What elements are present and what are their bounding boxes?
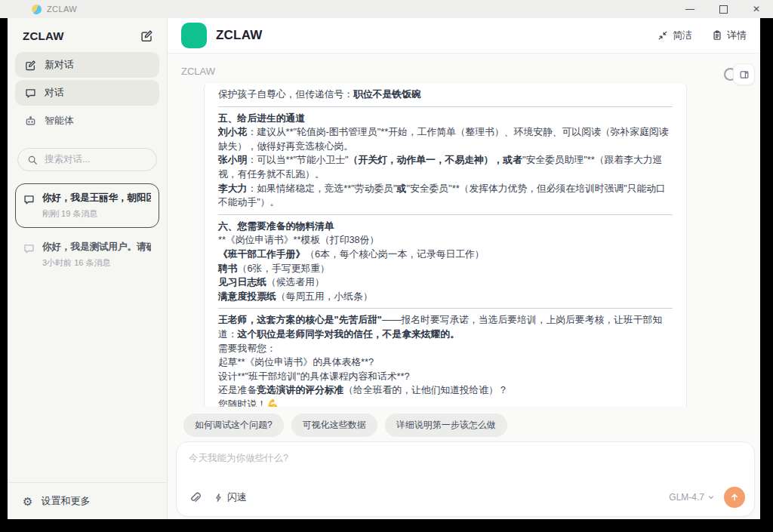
message-scroll-viewport[interactable]: 保护孩子自尊心，但传递信号：职位不是铁饭碗五、给后进生的通道刘小花：建议从**"… (204, 84, 687, 407)
sidebar-header: ZCLAW (8, 18, 167, 52)
model-selector[interactable]: GLM-4.7 (669, 492, 715, 503)
header-actions: 简洁 详情 (658, 29, 747, 42)
sidebar-title: ZCLAW (23, 29, 64, 42)
arrow-up-icon (729, 492, 740, 503)
message-paragraph: 聘书（6张，手写更郑重） (218, 262, 673, 276)
message-paragraph: 五、给后进生的通道 (218, 112, 673, 126)
conversation-title: 你好，我是测试用户。请确... (42, 241, 151, 254)
message-paragraph: 您随时说！💪 (218, 398, 673, 407)
conversation-item[interactable]: 你好，我是测试用户。请确... 3小时前 16 条消息 (15, 232, 159, 277)
message-paragraph: 王老师，这套方案的核心是"先苦后甜"——报名时要写承诺，当选后要培训，上岗后要考… (218, 313, 673, 341)
main-panel: ZCLAW 简洁 详情 (168, 18, 760, 519)
message-paragraph: **《岗位申请书》**模板（打印38份） (218, 233, 673, 248)
sidebar: ZCLAW 新对话 对话 (8, 18, 168, 519)
brand-name: ZCLAW (216, 28, 262, 43)
conversation-body: 你好，我是王丽华，朝阳区... 刚刚 19 条消息 (42, 192, 151, 220)
composer: 闪速 GLM-4.7 (176, 441, 755, 517)
suggestion-chip[interactable]: 如何调试这个问题? (183, 414, 284, 437)
search-conversations-input[interactable]: 搜索对话... (17, 148, 157, 171)
side-panel-toggle-button[interactable] (733, 63, 755, 85)
suggestion-chip[interactable]: 详细说明第一步该怎么做 (385, 414, 507, 437)
conversation-body: 你好，我是测试用户。请确... 3小时前 16 条消息 (42, 241, 151, 269)
suggestion-chip[interactable]: 可视化这些数据 (291, 414, 377, 437)
send-button[interactable] (724, 487, 745, 508)
message-paragraph: 张小明：可以当**"节能小卫士"（开关灯，动作单一，不易走神），或者"安全委员助… (218, 153, 673, 181)
conversation-meta: 3小时前 16 条消息 (42, 257, 151, 269)
clipboard-icon (712, 30, 722, 41)
main-header: ZCLAW 简洁 详情 (168, 18, 760, 54)
close-button[interactable]: ✕ (740, 0, 773, 18)
compose-icon (25, 60, 36, 71)
assistant-message-bubble: 保护孩子自尊心，但传递信号：职位不是铁饭碗五、给后进生的通道刘小花：建议从**"… (204, 84, 687, 407)
fast-mode-button[interactable]: 闪速 (214, 490, 247, 504)
sidebar-item-agents[interactable]: 智能体 (15, 108, 159, 134)
split-panel-icon (739, 69, 750, 80)
sidebar-item-label: 新对话 (45, 58, 74, 72)
sidebar-item-label: 对话 (45, 86, 64, 100)
composer-toolbar: 闪速 GLM-4.7 (189, 487, 745, 508)
conversation-meta: 刚刚 19 条消息 (42, 208, 151, 220)
screen: ZCLAW — ✕ ZCLAW 新对话 (0, 0, 773, 532)
suggestion-chips: 如何调试这个问题? 可视化这些数据 详细说明第一步该怎么做 (183, 414, 507, 437)
conversation-title: 你好，我是王丽华，朝阳区... (42, 192, 151, 204)
message-paragraph: 六、您需要准备的物料清单 (218, 220, 673, 234)
search-icon (27, 155, 38, 165)
message-paragraph: 满意度投票纸（每周五用，小纸条） (218, 290, 673, 304)
message-paragraph: 需要我帮您： (218, 342, 673, 356)
message-divider (218, 308, 673, 309)
window-titlebar: ZCLAW — ✕ (0, 0, 773, 18)
app-logo-icon (30, 2, 43, 15)
gear-icon: ⚙ (23, 496, 32, 507)
app-window: ZCLAW 新对话 对话 (8, 18, 760, 519)
settings-and-more-button[interactable]: ⚙ 设置和更多 (8, 482, 167, 519)
chat-area: ZCLAW 保护孩子自尊心，但传递信号：职位不是铁饭碗五、给后进生的通道刘小花：… (168, 54, 760, 519)
message-input[interactable] (189, 452, 732, 482)
sidebar-item-new-chat[interactable]: 新对话 (15, 52, 159, 78)
sidebar-nav: 新对话 对话 智能体 (8, 52, 167, 136)
sidebar-item-chats[interactable]: 对话 (15, 80, 159, 106)
robot-icon (25, 115, 36, 127)
bolt-icon (214, 493, 223, 503)
conversation-item[interactable]: 你好，我是王丽华，朝阳区... 刚刚 19 条消息 (15, 183, 159, 228)
message-paragraph: 设计**"班干部培训"的具体课程内容和话术**? (218, 370, 673, 384)
paperclip-icon[interactable] (189, 491, 202, 504)
message-paragraph: 《班干部工作手册》（6本，每个核心岗一本，记录每日工作） (218, 248, 673, 262)
assistant-name-label: ZCLAW (181, 66, 215, 77)
fast-mode-label: 闪速 (227, 490, 247, 504)
brand-logo-icon (181, 23, 207, 48)
compose-icon[interactable] (140, 29, 153, 42)
window-controls: — ✕ (673, 0, 773, 18)
chat-icon (23, 194, 35, 205)
chat-icon (25, 88, 36, 99)
details-mode-button[interactable]: 详情 (712, 29, 747, 42)
sidebar-item-label: 智能体 (45, 114, 74, 128)
chevron-down-icon (707, 494, 715, 501)
settings-label: 设置和更多 (41, 494, 90, 508)
message-divider (218, 106, 673, 107)
message-paragraph: 见习日志纸（候选者用） (218, 275, 673, 290)
maximize-button[interactable] (707, 0, 740, 18)
message-paragraph: 还是准备竞选演讲的评分标准（给全班看的，让他们知道投给谁）？ (218, 383, 673, 398)
message-paragraph: 保护孩子自尊心，但传递信号：职位不是铁饭碗 (218, 88, 673, 102)
chat-icon (23, 243, 35, 254)
compact-mode-label: 简洁 (673, 29, 692, 42)
search-placeholder: 搜索对话... (45, 153, 90, 166)
compact-mode-button[interactable]: 简洁 (658, 29, 692, 42)
maximize-icon (719, 5, 728, 14)
conversation-list: 你好，我是王丽华，朝阳区... 刚刚 19 条消息 你好，我是测试用户。请确..… (8, 183, 167, 281)
message-paragraph: 刘小花：建议从**"轮值岗-图书管理员"**开始，工作简单（整理书）、环境安静、… (218, 125, 673, 153)
window-title: ZCLAW (47, 5, 77, 14)
model-name: GLM-4.7 (669, 492, 704, 503)
message-paragraph: 起草**《岗位申请书》的具体表格**? (218, 355, 673, 370)
message-paragraph: 李大力：如果情绪稳定，竞选**"劳动委员"或"安全委员"**（发挥体力优势，但必… (218, 182, 673, 210)
details-mode-label: 详情 (727, 29, 747, 42)
message-divider (218, 214, 673, 215)
chat-tools (724, 63, 755, 85)
minimize-button[interactable]: — (673, 0, 707, 18)
compress-icon (658, 30, 668, 41)
